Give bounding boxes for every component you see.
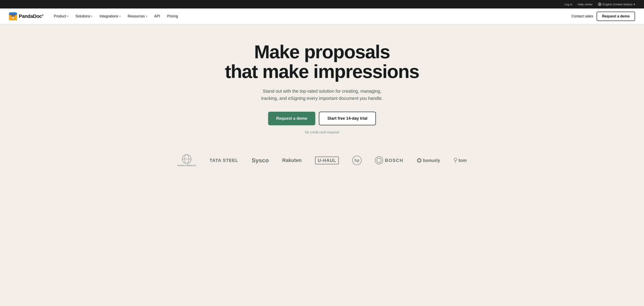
bosch-icon xyxy=(375,156,383,164)
logos-bar: KONICA MINOLTA TATA STEEL Sysco Rakuten … xyxy=(0,147,644,171)
svg-point-21 xyxy=(418,159,420,161)
svg-point-9 xyxy=(14,15,14,16)
svg-point-10 xyxy=(12,16,14,18)
main-navbar: PandaDoc® Product ▾ Solutions ▾ Integrat… xyxy=(0,8,644,24)
logo-tom: tom xyxy=(454,158,467,163)
nav-item-integrations[interactable]: Integrations ▾ xyxy=(96,12,124,20)
language-selector[interactable]: English (United States) ▾ xyxy=(598,2,635,6)
free-trial-button[interactable]: Start free 14-day trial xyxy=(319,112,376,125)
logo-tata-steel: TATA STEEL xyxy=(210,158,238,163)
chevron-down-icon: ▾ xyxy=(146,15,147,17)
svg-point-18 xyxy=(375,157,383,164)
chevron-down-icon: ▾ xyxy=(120,15,120,17)
hero-subtitle: Stand out with the top-rated solution fo… xyxy=(257,88,387,102)
logo-link[interactable]: PandaDoc® xyxy=(9,12,44,20)
chevron-down-icon: ▾ xyxy=(67,15,68,17)
hero-section: Make proposals that make impressions Sta… xyxy=(0,24,644,147)
contact-sales-link[interactable]: Contact sales xyxy=(571,14,593,18)
request-demo-nav-button[interactable]: Request a demo xyxy=(596,11,635,21)
nav-item-api[interactable]: API xyxy=(151,12,163,20)
svg-text:hp: hp xyxy=(354,158,359,163)
no-credit-card-text: No credit card required xyxy=(305,130,339,134)
language-chevron: ▾ xyxy=(634,3,635,6)
logo-rakuten: Rakuten xyxy=(282,157,302,163)
tom-pin-icon xyxy=(454,158,458,163)
nav-right: Contact sales Request a demo xyxy=(571,11,635,21)
konica-minolta-icon xyxy=(182,154,192,164)
svg-point-8 xyxy=(12,15,12,16)
svg-point-11 xyxy=(12,16,13,17)
hp-icon: hp xyxy=(352,156,362,165)
logo-hp: hp xyxy=(352,156,362,165)
logo-icon xyxy=(9,12,17,20)
nav-item-resources[interactable]: Resources ▾ xyxy=(124,12,150,20)
request-demo-hero-button[interactable]: Request a demo xyxy=(268,112,315,125)
topbar: Log in Help center English (United State… xyxy=(0,0,644,8)
hero-title: Make proposals that make impressions xyxy=(225,42,419,81)
login-link[interactable]: Log in xyxy=(564,3,572,6)
help-center-link[interactable]: Help center xyxy=(578,3,592,6)
logo-sysco: Sysco xyxy=(252,157,269,164)
svg-point-22 xyxy=(454,158,457,161)
nav-item-pricing[interactable]: Pricing xyxy=(164,12,181,20)
nav-links: Product ▾ Solutions ▾ Integrations ▾ Res… xyxy=(50,12,571,20)
hero-buttons: Request a demo Start free 14-day trial xyxy=(268,112,376,125)
bonusly-icon xyxy=(417,158,422,163)
language-label: English (United States) xyxy=(603,3,632,6)
logo-bonusly: bonusly xyxy=(417,158,440,163)
logo-uhaul: U-HAUL xyxy=(315,157,339,164)
svg-point-12 xyxy=(13,16,14,17)
logo-bosch: BOSCH xyxy=(375,156,403,164)
nav-item-solutions[interactable]: Solutions ▾ xyxy=(72,12,96,20)
chevron-down-icon: ▾ xyxy=(91,15,92,17)
globe-icon xyxy=(598,2,602,6)
logo-text: PandaDoc® xyxy=(19,13,44,19)
svg-point-19 xyxy=(377,158,381,163)
nav-item-product[interactable]: Product ▾ xyxy=(50,12,71,20)
logo-konica-minolta: KONICA MINOLTA xyxy=(177,154,196,167)
